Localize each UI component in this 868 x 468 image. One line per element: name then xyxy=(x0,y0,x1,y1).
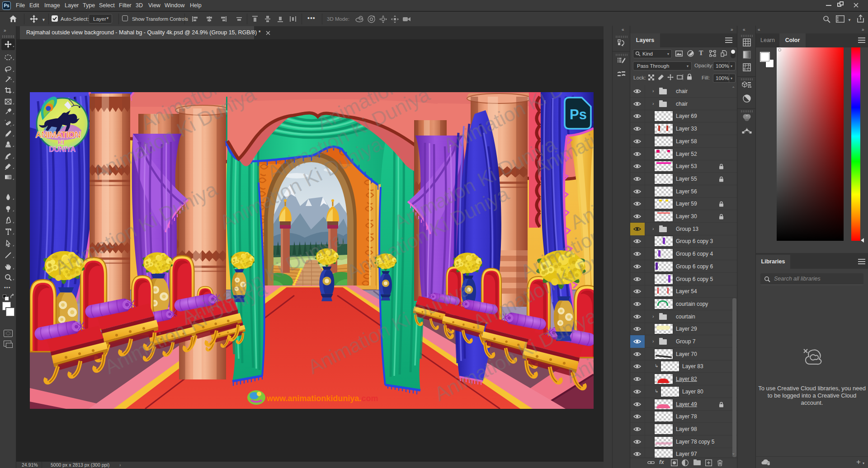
svg-text:DUNIYA: DUNIYA xyxy=(49,145,75,153)
svg-text:Ps: Ps xyxy=(570,107,587,122)
svg-text:www.animationkiduniya.com: www.animationkiduniya.com xyxy=(266,394,378,403)
svg-text:ANIMATION: ANIMATION xyxy=(35,130,80,140)
